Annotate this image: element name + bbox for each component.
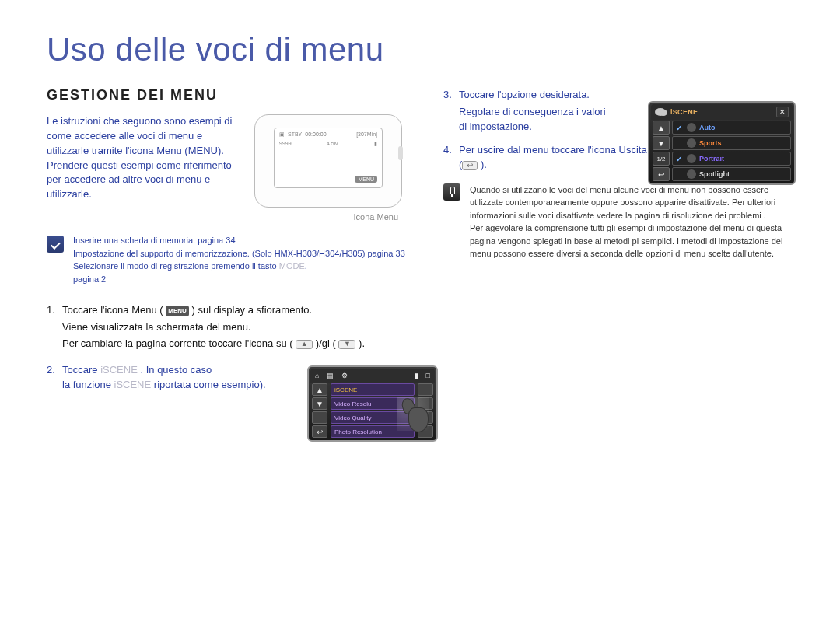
step-1b: ) sul display a sfioramento.	[191, 304, 312, 316]
touch-item-iscene: iSCENE	[331, 383, 415, 396]
screen-top-row: ▣ STBY 00:00:00 [307Min]	[275, 128, 382, 141]
scene-panel-top: iSCENE ✕	[651, 104, 793, 120]
up-icon: ▲	[312, 383, 327, 396]
iscene-word-1: iSCENE	[100, 364, 138, 376]
scene-opt-portrait: Portrait	[672, 152, 791, 166]
step-1-number: 1.	[47, 302, 55, 318]
home-icon: ⌂	[315, 372, 319, 379]
step-2-line2a: la funzione	[62, 379, 114, 390]
battery-icon: ▮	[415, 372, 418, 379]
precheck-line-3a: Selezionare il modo di registrazione pre…	[73, 261, 279, 271]
step-3-sub: Regolare di conseguenza i valori di impo…	[459, 104, 607, 135]
spotlight-ico	[687, 169, 696, 179]
scene-opt-portrait-label: Portrait	[699, 155, 724, 162]
res-label: 9999	[279, 141, 292, 147]
note-block: Quando si utilizzano le voci del menu al…	[443, 183, 793, 260]
scene-page-indicator: 1/2	[653, 152, 670, 166]
device-screen: ▣ STBY 00:00:00 [307Min] 9999 4.5M ▮ MEN…	[274, 128, 383, 188]
time-label: 00:00:00	[305, 131, 326, 138]
scene-return-icon: ↩	[653, 167, 670, 181]
step-4c: ).	[481, 159, 487, 170]
device-figure: ▣ STBY 00:00:00 [307Min] 9999 4.5M ▮ MEN…	[254, 114, 402, 208]
portrait-ico	[687, 154, 696, 163]
scene-row-1: ▲ Auto	[651, 120, 793, 135]
note-text: Quando si utilizzano le voci del menu al…	[470, 183, 793, 260]
step-3a: Toccare l'opzione desiderata.	[459, 89, 590, 100]
page-title: Uso delle voci di menu	[47, 31, 793, 68]
scene-row-3: 1/2 Portrait	[651, 151, 793, 166]
touch-row-4: ↩ Photo Resolution	[310, 425, 435, 439]
return-icon: ↩	[462, 161, 478, 170]
up-button-icon: ▲	[296, 340, 313, 349]
note-p1: Quando si utilizzano le voci del menu al…	[470, 183, 793, 222]
return-nav-icon: ↩	[312, 425, 327, 438]
blank-nav-1	[312, 411, 327, 424]
step-2a: Toccare	[62, 364, 100, 376]
iscene-word-2: iSCENE	[114, 379, 152, 390]
precheck-line-3: Selezionare il modo di registrazione pre…	[73, 260, 405, 273]
step-1-sub1: Viene visualizzata la schermata del menu…	[62, 320, 412, 335]
precheck-line-1: Inserire una scheda di memoria. pagina 3…	[73, 234, 405, 247]
scene-opt-auto-label: Auto	[699, 124, 716, 131]
step-2-number: 2.	[47, 362, 55, 378]
down-icon: ▼	[312, 397, 327, 410]
step-1-sub2a: Per cambiare la pagina corrente toccare …	[62, 337, 293, 349]
mp-label: 4.5M	[327, 141, 339, 147]
note-p2: Per agevolare la comprensione tutti gli …	[470, 222, 793, 260]
screen-menu-chip: MENU	[355, 176, 377, 183]
touch-row-1: ▲ iSCENE	[310, 383, 435, 397]
scene-opt-spotlight-label: Spotlight	[699, 170, 730, 178]
step-2-line2b: riportata come esempio).	[154, 379, 266, 390]
scene-options-panel: iSCENE ✕ ▲ Auto ▼ Sports 1/2 Portrait ↩ …	[648, 101, 796, 185]
check-off-icon	[676, 139, 684, 147]
step-1-sub2: Per cambiare la pagina corrente toccare …	[62, 336, 412, 351]
touch-item-vidres: Video Resolu	[331, 397, 415, 410]
scene-opt-spotlight: Spotlight	[672, 167, 791, 181]
check-off-icon-2	[676, 170, 684, 178]
section-heading: GESTIONE DEI MENU	[47, 87, 412, 103]
screen-mid-row: 9999 4.5M ▮	[275, 141, 382, 147]
battery-icon: ▮	[374, 141, 377, 147]
scene-opt-auto: Auto	[672, 121, 791, 135]
step-3-number: 3.	[443, 87, 452, 103]
step-4a: Per uscire dal menu toccare l'icona Usci…	[459, 144, 653, 156]
note-icon	[443, 183, 460, 201]
scene-up-icon: ▲	[653, 121, 670, 135]
scene-panel-title: iSCENE	[670, 108, 772, 116]
device-caption: Icona Menu	[354, 212, 398, 222]
sports-ico	[687, 138, 696, 148]
precheck-list: Inserire una scheda di memoria. pagina 3…	[73, 234, 405, 285]
page: Uso delle voci di menu GESTIONE DEI MENU…	[0, 0, 840, 419]
touch-end-3	[418, 411, 433, 424]
cloud-icon	[655, 108, 666, 116]
scene-opt-sports: Sports	[672, 136, 791, 150]
auto-ico	[687, 123, 696, 132]
check-on-icon-2	[676, 155, 684, 162]
status-icon: □	[426, 372, 430, 379]
intro-text: Le istruzioni che seguono sono esempi di…	[47, 114, 245, 202]
precheck-line-2: Impostazione del supporto di memorizzazi…	[73, 247, 405, 260]
step-4-number: 4.	[443, 142, 452, 158]
touch-menu-panel: ⌂ ▤ ⚙ ▮ □ ▲ iSCENE ▼ Video Resolu Video …	[307, 365, 438, 442]
down-button-icon: ▼	[338, 340, 355, 349]
touch-item-photores: Photo Resolution	[331, 425, 415, 438]
close-icon: ✕	[776, 107, 789, 117]
touch-row-3: Video Quality	[310, 411, 435, 425]
step-1-sub2c: ).	[359, 337, 365, 349]
touch-end-4	[418, 425, 433, 438]
precheck-line-4: pagina 2	[73, 273, 405, 286]
touch-item-vidqual: Video Quality	[331, 411, 415, 424]
precheck-block: Inserire una scheda di memoria. pagina 3…	[47, 234, 412, 285]
step-1-sub2b: )/gi (	[316, 337, 336, 349]
step-2b: . In questo caso	[140, 364, 212, 376]
icon-placeholder: ▣	[279, 131, 285, 138]
precheck-line-3b: .	[305, 261, 307, 271]
left-column: GESTIONE DEI MENU Le istruzioni che segu…	[47, 87, 412, 404]
intro-row: Le istruzioni che seguono sono esempi di…	[47, 114, 412, 208]
scene-opt-sports-label: Sports	[699, 139, 722, 147]
device-outline: ▣ STBY 00:00:00 [307Min] 9999 4.5M ▮ MEN…	[254, 114, 402, 208]
gear-icon: ⚙	[341, 372, 348, 379]
scene-row-2: ▼ Sports	[651, 135, 793, 151]
remain-label: [307Min]	[356, 131, 377, 138]
touch-row-2: ▼ Video Resolu	[310, 397, 435, 411]
